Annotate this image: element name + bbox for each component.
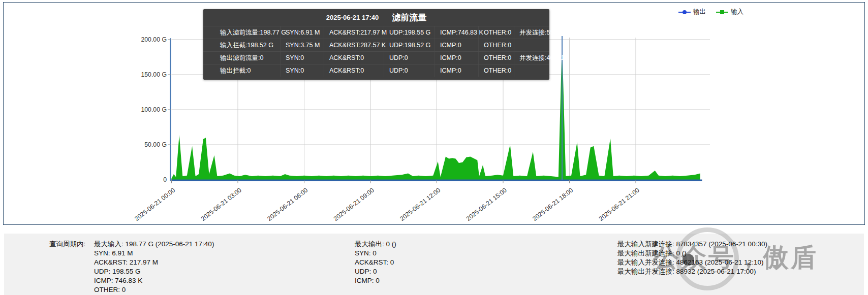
tooltip-table: 输入滤前流量:198.77 GSYN:6.91 MACK&RST:217.97 … [203, 26, 549, 77]
tooltip-cell: OTHER:0 [479, 52, 514, 64]
tooltip-row: 输出滤前流量:0SYN:0ACK&RST:0UDP:0ICMP:0OTHER:0… [203, 51, 549, 64]
tooltip-cell: 输出拦截:0 [203, 64, 281, 77]
legend-item-output[interactable]: 输出 [678, 8, 706, 16]
x-axis-label: 2025-06-21 12:00 [398, 186, 442, 222]
tooltip-header: 2025-06-21 17:40 滤前流量 [203, 9, 549, 26]
x-axis-label: 2025-06-21 00:00 [133, 186, 176, 222]
tooltip-row: 输入滤前流量:198.77 GSYN:6.91 MACK&RST:217.97 … [203, 26, 549, 39]
tooltip-cell [514, 39, 549, 51]
summary-line: SYN: 6.91 M [94, 249, 214, 258]
x-axis-label: 2025-06-21 21:00 [598, 186, 641, 222]
x-axis-label: 2025-06-21 06:00 [266, 186, 309, 222]
summary-line: 最大输入: 198.77 G (2025-06-21 17:40) [94, 240, 214, 249]
tooltip-cell: SYN:0 [281, 52, 324, 64]
connection-stats: 最大输入新建连接: 87834357 (2025-06-21 00:30)最大输… [617, 240, 767, 276]
tooltip-cell: ICMP:0 [435, 39, 479, 51]
tooltip-cell: 并发连接:55706 [514, 26, 564, 39]
summary-line: 最大输入新建连接: 87834357 (2025-06-21 00:30) [617, 240, 767, 249]
tooltip-cell: OTHER:0 [479, 26, 514, 39]
y-axis-label: 200.00 G [141, 36, 167, 43]
summary-line: 最大输出: 0 () [355, 240, 396, 249]
y-axis-label: 50.00 G [144, 141, 167, 148]
summary-line: UDP: 198.55 G [94, 267, 214, 276]
summary-line: SYN: 0 [355, 249, 396, 258]
tooltip-cell: ACK&RST:0 [324, 64, 384, 77]
tooltip-cell: 输入滤前流量:198.77 G [203, 26, 281, 39]
tooltip-cell: ICMP:0 [435, 64, 479, 77]
tooltip-cell: ACK&RST:0 [324, 52, 384, 64]
y-axis-label: 100.00 G [141, 106, 167, 113]
page: 050.00 G100.00 G150.00 G200.00 G2025-06-… [0, 0, 868, 295]
tooltip-cell: UDP:198.55 G [384, 26, 435, 39]
tooltip-cell: 输出滤前流量:0 [203, 52, 281, 64]
tooltip-cell: ICMP:0 [435, 52, 479, 64]
summary-line: ICMP: 746.83 K [94, 276, 214, 285]
summary-line: 最大输出并发连接: 88932 (2025-06-21 17:00) [617, 267, 767, 276]
tooltip-cell: OTHER:0 [479, 64, 514, 77]
tooltip-cell: 并发连接:46681 [514, 52, 564, 64]
max-input-stats: 最大输入: 198.77 G (2025-06-21 17:40)SYN: 6.… [94, 240, 214, 294]
tooltip-cell: SYN:6.91 M [281, 26, 324, 39]
summary-line: 最大输出新建连接: 0 () [617, 249, 767, 258]
tooltip-cell: 输入拦截:198.52 G [203, 39, 281, 51]
tooltip-cell: SYN:0 [281, 64, 324, 77]
tooltip-row: 输入拦截:198.52 GSYN:3.75 MACK&RST:287.57 KU… [203, 39, 549, 51]
output-series-marker-icon [678, 10, 691, 15]
tooltip-row: 输出拦截:0SYN:0ACK&RST:0UDP:0ICMP:0OTHER:0 [203, 64, 549, 77]
max-output-stats: 最大输出: 0 ()SYN: 0ACK&RST: 0UDP: 0ICMP: 0 [355, 240, 396, 285]
tooltip-cell [514, 64, 549, 77]
x-axis-label: 2025-06-21 03:00 [200, 186, 243, 222]
tooltip-cell: ACK&RST:287.57 K [324, 39, 384, 51]
summary-line: UDP: 0 [355, 267, 396, 276]
chart-tooltip: 2025-06-21 17:40 滤前流量 输入滤前流量:198.77 GSYN… [203, 9, 549, 80]
tooltip-cell: UDP:0 [384, 64, 435, 77]
query-period-label: 查询周期内: [49, 240, 85, 249]
x-axis-label: 2025-06-21 18:00 [531, 186, 574, 222]
legend-item-input[interactable]: 输入 [716, 8, 743, 16]
tooltip-cell: UDP:0 [384, 52, 435, 64]
summary-line: ICMP: 0 [355, 276, 396, 285]
summary-panel: 公众号，傲盾 查询周期内: 最大输入: 198.77 G (2025-06-21… [4, 234, 864, 295]
summary-line: ACK&RST: 217.97 M [94, 258, 214, 267]
tooltip-datetime: 2025-06-21 17:40 [326, 14, 379, 21]
summary-line: OTHER: 0 [94, 285, 214, 294]
tooltip-cell: ICMP:746.83 K [435, 26, 479, 39]
y-axis-label: 150.00 G [141, 71, 167, 78]
legend-output-label: 输出 [693, 8, 706, 16]
tooltip-title: 滤前流量 [392, 12, 426, 23]
tooltip-cell: SYN:3.75 M [281, 39, 324, 51]
summary-line: 最大输入并发连接: 4862163 (2025-06-21 12:10) [617, 258, 767, 267]
x-axis-label: 2025-06-21 15:00 [465, 186, 508, 222]
chart-legend: 输出 输入 [678, 8, 743, 16]
x-axis-label: 2025-06-21 09:00 [332, 186, 376, 222]
tooltip-cell: ACK&RST:217.97 M [324, 26, 384, 39]
input-series-marker-icon [716, 10, 728, 15]
tooltip-cell: UDP:198.52 G [384, 39, 435, 51]
tooltip-cell: OTHER:0 [479, 39, 514, 51]
summary-line: ACK&RST: 0 [355, 258, 396, 267]
y-axis-label: 0 [163, 176, 167, 183]
legend-input-label: 输入 [731, 8, 743, 16]
traffic-chart-panel: 050.00 G100.00 G150.00 G200.00 G2025-06-… [3, 2, 865, 225]
